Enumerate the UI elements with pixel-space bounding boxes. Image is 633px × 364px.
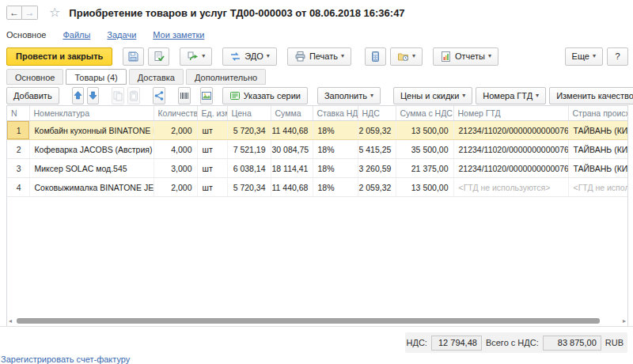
- cell-n[interactable]: 1: [7, 121, 29, 140]
- table-row[interactable]: 1 Комбайн кухонный BINATONE FP 67 2,000 …: [7, 121, 628, 140]
- cell-unit[interactable]: шт: [197, 140, 227, 159]
- cell-vat-rate[interactable]: 18%: [313, 159, 358, 178]
- cell-gtd-number[interactable]: 21234/11020/000000000007654321: [453, 159, 568, 178]
- tab-goods[interactable]: Товары (4): [66, 69, 126, 85]
- reports-button[interactable]: Отчеты ▾: [433, 47, 498, 66]
- cell-gtd-number[interactable]: 21234/11020/000000000007654321: [453, 121, 568, 140]
- cell-quantity[interactable]: 3,000: [154, 159, 197, 178]
- col-header-vat-rate[interactable]: Ставка НДС: [313, 106, 358, 121]
- cell-price[interactable]: 5 720,34: [227, 121, 271, 140]
- paste-button[interactable]: [127, 87, 140, 104]
- cell-amount-with-vat[interactable]: 35 500,00: [396, 140, 453, 159]
- nav-link-notes[interactable]: Мои заметки: [153, 30, 204, 40]
- table-row[interactable]: 3 Миксер SOLAC мод.545 3,000 шт 6 038,14…: [7, 159, 628, 178]
- scrollbar-thumb[interactable]: [17, 318, 600, 324]
- forward-button[interactable]: →: [22, 6, 38, 20]
- cell-country[interactable]: ТАЙВАНЬ (КИТАЙ): [568, 121, 628, 140]
- cell-nomenclature[interactable]: Миксер SOLAC мод.545: [29, 159, 154, 178]
- tab-additional[interactable]: Дополнительно: [186, 69, 266, 85]
- col-header-vat[interactable]: НДС: [358, 106, 396, 121]
- add-row-button[interactable]: Добавить: [6, 87, 59, 104]
- post-and-close-button[interactable]: Провести и закрыть: [6, 47, 112, 66]
- col-header-nomenclature[interactable]: Номенклатура: [29, 106, 154, 121]
- col-header-n[interactable]: N: [7, 106, 29, 121]
- fill-button[interactable]: Заполнить ▾: [317, 87, 381, 104]
- horizontal-scrollbar[interactable]: ◂ ▸: [8, 316, 627, 326]
- share-button[interactable]: [153, 87, 165, 104]
- cell-price[interactable]: 5 720,34: [227, 178, 271, 197]
- cell-quantity[interactable]: 2,000: [154, 121, 197, 140]
- scroll-right-icon[interactable]: ▸: [623, 317, 626, 324]
- cell-amount-with-vat[interactable]: 21 375,00: [396, 159, 453, 178]
- cell-nomenclature[interactable]: Соковыжималка BINATONE JE 102: [29, 178, 154, 197]
- post-document-button[interactable]: [148, 47, 169, 66]
- cell-vat-rate[interactable]: 18%: [313, 178, 358, 197]
- cell-n[interactable]: 2: [7, 140, 29, 159]
- cell-vat[interactable]: 3 260,59: [358, 159, 396, 178]
- move-up-button[interactable]: [72, 87, 84, 104]
- cell-quantity[interactable]: 2,000: [154, 178, 197, 197]
- cell-country[interactable]: <ГТД не используются>: [568, 178, 628, 197]
- cell-vat[interactable]: 5 415,25: [358, 140, 396, 159]
- move-down-button[interactable]: [87, 87, 99, 104]
- cell-n[interactable]: 3: [7, 159, 29, 178]
- col-header-gtd-number[interactable]: Номер ГТД: [453, 106, 568, 121]
- cell-nomenclature[interactable]: Кофеварка JACOBS (Австрия): [29, 140, 154, 159]
- cell-vat-rate[interactable]: 18%: [313, 140, 358, 159]
- vat-total-field[interactable]: 12 794,48: [431, 336, 482, 351]
- cell-amount-with-vat[interactable]: 13 500,00: [396, 121, 453, 140]
- gtd-numbers-button[interactable]: Номера ГТД ▾: [476, 87, 546, 104]
- cell-country[interactable]: ТАЙВАНЬ (КИТАЙ): [568, 159, 628, 178]
- cell-amount[interactable]: 18 114,41: [271, 159, 313, 178]
- grand-total-field[interactable]: 83 875,00: [543, 336, 601, 351]
- help-button[interactable]: ?: [607, 47, 628, 66]
- more-button[interactable]: Еще ▾: [565, 47, 603, 66]
- favorite-star-icon[interactable]: ☆: [49, 6, 60, 19]
- cell-price[interactable]: 6 038,14: [227, 159, 271, 178]
- scroll-left-icon[interactable]: ◂: [9, 317, 12, 324]
- col-header-amount[interactable]: Сумма: [271, 106, 313, 121]
- cell-gtd-number[interactable]: 21234/11020/000000000007654321: [453, 140, 568, 159]
- nav-item-main[interactable]: Основное: [6, 30, 46, 40]
- register-invoice-link[interactable]: Зарегистрировать счет-фактуру: [1, 355, 130, 364]
- save-button[interactable]: [123, 47, 144, 66]
- table-row[interactable]: 4 Соковыжималка BINATONE JE 102 2,000 шт…: [7, 178, 628, 197]
- cell-amount[interactable]: 11 440,68: [271, 121, 313, 140]
- tab-delivery[interactable]: Доставка: [129, 69, 184, 85]
- timesheet-button[interactable]: ▾: [390, 47, 423, 66]
- print-button[interactable]: Печать ▾: [287, 47, 351, 66]
- nav-link-tasks[interactable]: Задачи: [107, 30, 136, 40]
- calculator-button[interactable]: [365, 47, 386, 66]
- prices-discounts-button[interactable]: Цены и скидки ▾: [393, 87, 472, 104]
- cell-price[interactable]: 7 521,19: [227, 140, 271, 159]
- cell-vat[interactable]: 2 059,32: [358, 178, 396, 197]
- cell-gtd-number[interactable]: <ГТД не используются>: [453, 178, 568, 197]
- cell-amount[interactable]: 11 440,68: [271, 178, 313, 197]
- cell-quantity[interactable]: 4,000: [154, 140, 197, 159]
- cell-amount[interactable]: 30 084,75: [271, 140, 313, 159]
- cell-n[interactable]: 4: [7, 178, 29, 197]
- copy-button[interactable]: [112, 87, 124, 104]
- tab-main[interactable]: Основное: [6, 69, 63, 85]
- col-header-unit[interactable]: Ед. изм.: [197, 106, 227, 121]
- col-header-quantity[interactable]: Количество: [154, 106, 197, 121]
- change-quality-button[interactable]: Изменить качество: [549, 87, 633, 104]
- col-header-price[interactable]: Цена: [227, 106, 271, 121]
- table-row[interactable]: 2 Кофеварка JACOBS (Австрия) 4,000 шт 7 …: [7, 140, 628, 159]
- cell-amount-with-vat[interactable]: 13 500,00: [396, 178, 453, 197]
- col-header-country[interactable]: Страна происхождения: [568, 106, 628, 121]
- create-based-on-button[interactable]: ▾: [180, 47, 212, 66]
- back-button[interactable]: ←: [6, 6, 22, 20]
- pick-items-button[interactable]: [200, 87, 213, 104]
- cell-unit[interactable]: шт: [197, 121, 227, 140]
- col-header-amount-with-vat[interactable]: Сумма с НДС: [396, 106, 453, 121]
- cell-unit[interactable]: шт: [197, 178, 227, 197]
- edo-button[interactable]: ЭДО ▾: [222, 47, 277, 66]
- cell-country[interactable]: ТАЙВАНЬ (КИТАЙ): [568, 140, 628, 159]
- nav-link-files[interactable]: Файлы: [63, 30, 90, 40]
- cell-unit[interactable]: шт: [197, 159, 227, 178]
- cell-nomenclature[interactable]: Комбайн кухонный BINATONE FP 67: [29, 121, 154, 140]
- specify-series-button[interactable]: Указать серии: [222, 87, 308, 104]
- cell-vat-rate[interactable]: 18%: [313, 121, 358, 140]
- barcode-scan-button[interactable]: [178, 87, 191, 104]
